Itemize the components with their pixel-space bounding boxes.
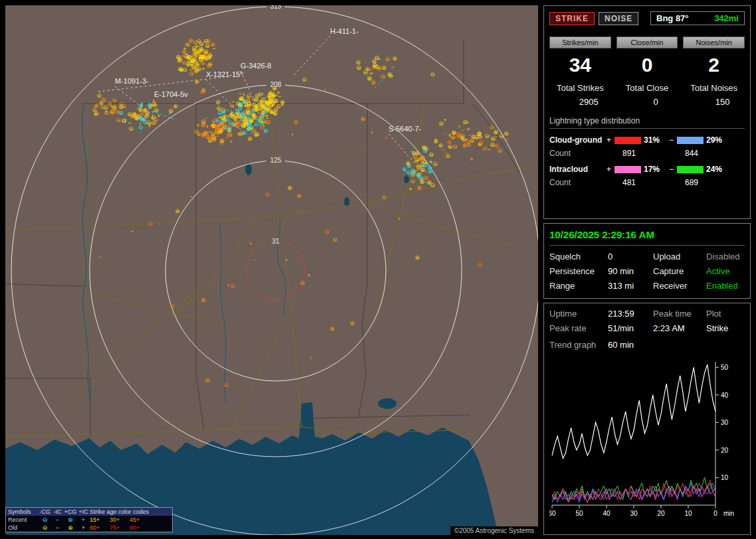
rate-header-button[interactable]: Close/min — [616, 37, 678, 48]
status-label: Capture — [653, 266, 706, 276]
status-value: 313 mi — [608, 281, 653, 291]
x-tick-label: 20 — [657, 510, 665, 517]
count-row: Count481689 — [549, 178, 745, 187]
legend-symbols-header: Symbols — [8, 508, 39, 515]
strike-symbol: ⊖ — [191, 45, 197, 52]
strike-symbol: − — [448, 144, 451, 151]
strike-symbol: ⊖ — [211, 134, 216, 141]
distribution-type-label: Intracloud — [549, 165, 607, 174]
strike-symbol: ⊖ — [205, 134, 211, 141]
strike-symbol: ⊖ — [430, 182, 435, 189]
strike-symbol: ⊖ — [428, 151, 434, 158]
strike-symbol: + — [201, 66, 205, 72]
positive-count: 481 — [614, 178, 644, 187]
rate-header-button[interactable]: Strikes/min — [549, 37, 611, 48]
strike-symbol: + — [227, 282, 230, 289]
positive-count: 891 — [614, 149, 644, 158]
distribution-row: Cloud-ground+31%−29% — [549, 135, 745, 145]
trend-graph: 50403020106050403020100min — [549, 356, 745, 524]
age-code: 60+ — [90, 524, 110, 531]
strike-symbol: ⊕ — [200, 122, 205, 129]
strike-symbol: ⊖ — [101, 97, 106, 104]
strike-symbol: ⊖ — [504, 130, 509, 137]
bearing-label: Bng 87° — [656, 13, 689, 23]
strike-symbol: ⊖ — [445, 153, 450, 159]
strike-symbol: + — [397, 216, 401, 222]
strike-symbol: ⊖ — [478, 139, 484, 145]
total-value: 2905 — [549, 97, 611, 107]
strike-symbol: ⊕ — [194, 78, 199, 85]
strike-symbol: ⊕ — [451, 129, 456, 136]
strike-symbol: ⊖ — [193, 39, 198, 46]
strike-symbol: ⊖ — [276, 103, 281, 110]
strike-symbol: ⊕ — [179, 66, 184, 73]
positive-bar — [614, 137, 641, 144]
age-color-codes: 15+30+45+ — [90, 516, 170, 523]
y-tick-label: 10 — [721, 474, 729, 481]
strike-symbol: ⊕ — [433, 138, 438, 145]
strike-symbol: ⊖ — [199, 89, 205, 96]
peak-rate-label: Peak rate — [549, 323, 608, 333]
strike-symbol: ⊕ — [349, 320, 355, 327]
strike-symbol: + — [428, 159, 432, 165]
strike-symbol: ⊖ — [466, 141, 471, 148]
status-label: Range — [549, 281, 608, 291]
legend-age-header: Strike age color codes — [90, 508, 170, 515]
rate-header-button[interactable]: Noises/min — [683, 37, 745, 48]
rate-per-min-value: 2 — [683, 54, 745, 76]
strike-symbol: ⊕ — [417, 185, 422, 191]
strike-symbol-sample: + — [77, 516, 90, 523]
strike-symbol: ⊖ — [387, 71, 392, 78]
noise-mode-button[interactable]: NOISE — [599, 12, 638, 25]
strike-symbol: + — [271, 102, 274, 109]
range-ring-label: 125 — [270, 157, 282, 164]
strike-symbol: ⊕ — [381, 64, 387, 71]
strike-symbol: ⊖ — [240, 123, 246, 129]
strike-symbol: ⊕ — [456, 133, 461, 139]
strike-symbol: ⊖ — [423, 147, 428, 154]
strike-symbol: ⊕ — [415, 254, 420, 261]
uptime-value: 213:59 — [608, 309, 653, 319]
strike-symbol: ⊕ — [428, 168, 433, 175]
strike-symbol: ⊖ — [407, 169, 412, 176]
status-box: 10/26/2025 2:29:16 AM Squelch0UploadDisa… — [543, 223, 751, 299]
strike-symbol: ⊕ — [270, 109, 275, 116]
strike-symbol: ⊖ — [139, 110, 144, 116]
strike-symbol: ⊕ — [493, 129, 498, 135]
strike-symbol: ⊖ — [187, 58, 192, 64]
strike-symbol: ⊖ — [356, 64, 361, 71]
strike-mode-button[interactable]: STRIKE — [549, 12, 595, 25]
strike-symbol: ⊖ — [410, 178, 415, 185]
datetime: 10/26/2025 2:29:16 AM — [549, 229, 745, 240]
strike-symbol: ⊖ — [484, 133, 490, 139]
x-tick-label: 50 — [575, 510, 583, 517]
strike-symbol: ⊖ — [324, 228, 330, 235]
distribution-title: Lightning type distribution — [549, 116, 745, 129]
strike-symbol: ⊖ — [185, 41, 190, 48]
strike-symbol: − — [238, 90, 241, 97]
trend-graph-label: Trend graph — [549, 340, 608, 350]
strike-symbol: − — [262, 94, 266, 101]
count-label: Count — [549, 149, 607, 158]
strike-symbol: ⊕ — [405, 160, 411, 167]
negative-percent: 24% — [706, 165, 726, 174]
strike-symbol: ⊕ — [201, 53, 206, 60]
strike-symbol: ⊖ — [221, 125, 227, 131]
strike-symbol: ⊕ — [287, 185, 292, 191]
strike-symbol: + — [411, 149, 414, 155]
status-value: Enabled — [706, 281, 745, 291]
rate-column: Close/min0Total Close0 — [616, 36, 678, 107]
lightning-map[interactable]: 31320812531 ⊖⊖⊕⊕⊕−⊖+⊖⊖⊕⊖⊖⊖−⊕⊕+−−⊖⊕++ — [5, 5, 538, 535]
strike-symbol: ⊖ — [300, 279, 305, 286]
strike-symbol: ⊖ — [206, 62, 211, 69]
strike-symbol: + — [142, 116, 145, 123]
strike-symbol: ⊖ — [452, 143, 458, 150]
strike-symbol: ⊕ — [147, 102, 152, 108]
strike-symbol: − — [442, 130, 446, 137]
strike-symbol: ⊕ — [175, 208, 180, 214]
age-code: 45+ — [130, 516, 149, 523]
positive-bar — [614, 166, 641, 173]
status-label: Squelch — [549, 252, 608, 262]
trend-graph-settings: Trend graph 60 min — [549, 340, 745, 350]
rate-column: Strikes/min34Total Strikes2905 — [549, 36, 611, 107]
